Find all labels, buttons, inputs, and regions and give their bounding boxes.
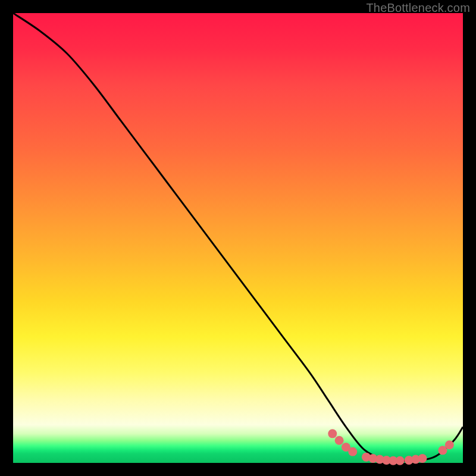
curve-marker [335, 436, 344, 445]
curve-marker [348, 447, 357, 456]
curve-marker [445, 440, 454, 449]
curve-marker [328, 429, 337, 438]
chart-stage: TheBottleneck.com [0, 0, 476, 476]
watermark-text: TheBottleneck.com [366, 1, 470, 15]
curve-marker [396, 456, 405, 465]
marker-group [328, 429, 454, 465]
chart-plot-area [13, 13, 463, 463]
curve-marker [418, 454, 427, 463]
chart-svg [13, 13, 463, 463]
bottleneck-curve-path [13, 13, 463, 461]
